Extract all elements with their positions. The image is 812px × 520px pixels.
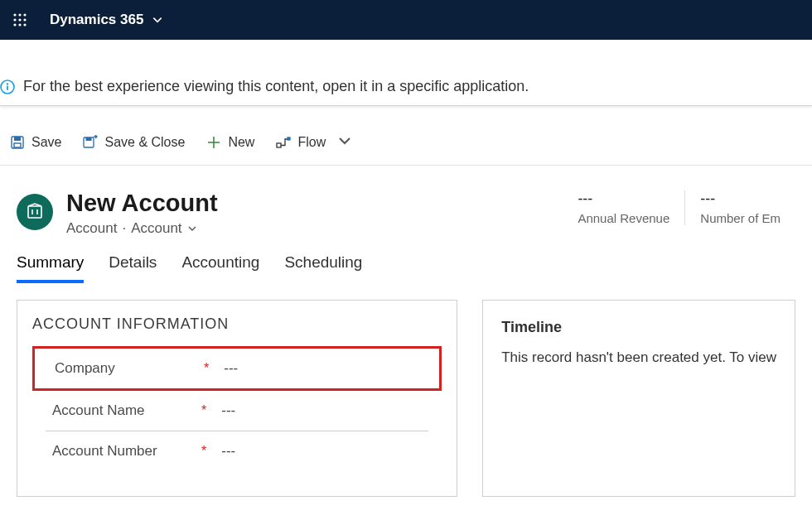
field-label: Company (55, 360, 204, 377)
plus-icon (206, 135, 221, 150)
svg-point-2 (23, 13, 26, 16)
timeline-empty-message: This record hasn't been created yet. To … (501, 349, 776, 366)
field-label: Account Name (52, 402, 201, 419)
field-value: --- (221, 402, 235, 419)
svg-point-6 (13, 23, 16, 26)
timeline-title: Timeline (501, 319, 776, 336)
svg-rect-13 (14, 137, 21, 141)
form-content: ACCOUNT INFORMATION Company * --- Accoun… (0, 283, 812, 513)
chevron-down-icon (337, 133, 352, 152)
svg-point-5 (23, 18, 26, 21)
svg-point-10 (7, 83, 8, 84)
svg-point-7 (18, 23, 21, 26)
svg-rect-20 (288, 137, 290, 140)
svg-point-8 (23, 23, 26, 26)
stat-annual-revenue[interactable]: --- Annual Revenue (563, 190, 684, 225)
section-title: ACCOUNT INFORMATION (32, 315, 442, 333)
svg-rect-19 (277, 143, 281, 147)
new-button[interactable]: New (206, 135, 254, 150)
flow-icon (276, 135, 291, 150)
flow-button[interactable]: Flow (276, 133, 352, 152)
field-label: Account Number (52, 443, 201, 460)
tab-details[interactable]: Details (109, 253, 157, 283)
svg-rect-11 (7, 85, 8, 89)
svg-rect-21 (28, 206, 41, 218)
save-label: Save (31, 135, 61, 150)
chevron-down-icon (187, 224, 197, 234)
required-indicator: * (204, 361, 209, 376)
timeline-panel: Timeline This record hasn't been created… (482, 300, 795, 497)
breadcrumb-entity: Account (66, 220, 117, 237)
tab-summary[interactable]: Summary (17, 253, 84, 283)
app-brand-label[interactable]: Dynamics 365 (50, 12, 143, 28)
stat-number-employees[interactable]: --- Number of Em (684, 190, 795, 225)
save-close-button[interactable]: Save & Close (83, 135, 185, 150)
save-button[interactable]: Save (10, 135, 61, 150)
svg-point-1 (18, 13, 21, 16)
svg-point-4 (18, 18, 21, 21)
app-switcher-chevron-icon[interactable] (152, 14, 163, 26)
field-account-name[interactable]: Account Name * --- (46, 391, 428, 431)
breadcrumb-view: Account (131, 220, 181, 237)
command-bar: Save Save & Close New Flow (0, 119, 812, 166)
svg-rect-14 (14, 143, 21, 147)
info-notification-text: For the best experience viewing this con… (23, 78, 529, 95)
app-launcher-icon[interactable] (8, 8, 31, 31)
field-account-number[interactable]: Account Number * --- (46, 431, 428, 471)
record-header: New Account Account · Account --- Annual… (0, 166, 812, 245)
field-value: --- (224, 360, 238, 377)
field-value: --- (221, 443, 235, 460)
info-icon (0, 79, 15, 94)
svg-rect-16 (86, 137, 92, 141)
save-close-label: Save & Close (104, 135, 185, 150)
field-company[interactable]: Company * --- (32, 346, 442, 391)
global-nav-bar: Dynamics 365 (0, 0, 812, 40)
form-tabs: Summary Details Accounting Scheduling (0, 245, 812, 283)
info-notification-bar: For the best experience viewing this con… (0, 70, 812, 106)
tab-accounting[interactable]: Accounting (181, 253, 259, 283)
entity-badge-icon (17, 194, 53, 230)
svg-point-3 (13, 18, 16, 21)
flow-label: Flow (297, 135, 326, 150)
account-information-section: ACCOUNT INFORMATION Company * --- Accoun… (17, 300, 457, 497)
svg-point-0 (13, 13, 16, 16)
new-label: New (228, 135, 254, 150)
save-close-icon (83, 135, 98, 150)
save-icon (10, 135, 25, 150)
breadcrumb[interactable]: Account · Account (66, 220, 218, 237)
required-indicator: * (201, 403, 206, 418)
record-title: New Account (66, 190, 218, 217)
tab-scheduling[interactable]: Scheduling (284, 253, 362, 283)
record-stats: --- Annual Revenue --- Number of Em (563, 190, 795, 225)
required-indicator: * (201, 444, 206, 459)
